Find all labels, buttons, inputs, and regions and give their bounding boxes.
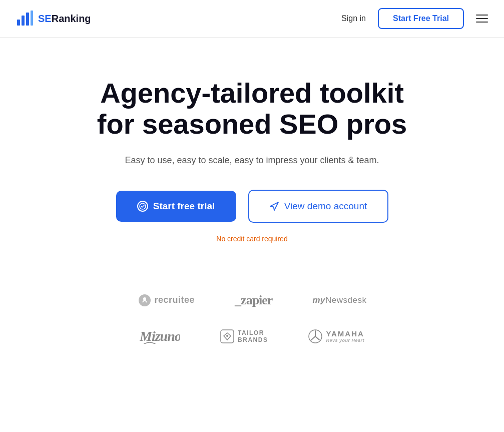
svg-point-9: [226, 335, 228, 337]
tailor-brands-icon: [220, 329, 235, 344]
logo[interactable]: SERanking: [16, 10, 91, 28]
yamaha-icon: [308, 329, 323, 344]
logo-icon: [16, 10, 34, 28]
svg-point-6: [143, 297, 146, 300]
logo-mynewsdesk: myNewsdesk: [312, 295, 366, 305]
site-header: SERanking Sign in Start Free Trial: [0, 0, 504, 38]
logo-mizuno: Mizuno: [140, 326, 180, 347]
start-free-trial-hero-button[interactable]: Start free trial: [116, 191, 236, 222]
logos-row-1: recruitee _zapier myNewsdesk: [30, 293, 474, 308]
view-demo-label: View demo account: [284, 201, 367, 212]
svg-rect-3: [31, 11, 33, 26]
logos-row-2: Mizuno TAILOR BRANDS YAMAHA: [30, 326, 474, 347]
logo-recruitee: recruitee: [138, 293, 195, 307]
svg-rect-0: [17, 20, 20, 26]
check-circle-icon: [137, 201, 148, 212]
start-free-trial-button[interactable]: Start Free Trial: [378, 8, 464, 29]
mizuno-svg: Mizuno: [140, 326, 180, 344]
svg-rect-1: [22, 16, 25, 26]
sign-in-link[interactable]: Sign in: [341, 14, 366, 23]
logo-yamaha: YAMAHA Revs your Heart: [308, 329, 364, 344]
nav-right: Sign in Start Free Trial: [341, 8, 488, 29]
recruitee-icon: [138, 293, 152, 307]
send-icon: [269, 201, 279, 211]
hero-section: Agency-tailored toolkit for seasoned SEO…: [0, 38, 504, 273]
svg-text:Mizuno: Mizuno: [140, 328, 180, 344]
view-demo-button[interactable]: View demo account: [248, 190, 388, 223]
hamburger-menu-icon[interactable]: [476, 15, 488, 23]
no-credit-card-text: No credit card required: [20, 235, 484, 243]
logos-section: recruitee _zapier myNewsdesk Mizuno: [0, 273, 504, 367]
hero-buttons: Start free trial View demo account: [20, 190, 484, 223]
hero-subtitle: Easy to use, easy to scale, easy to impr…: [122, 153, 382, 168]
svg-rect-2: [26, 13, 29, 26]
start-free-trial-label: Start free trial: [153, 201, 215, 212]
hero-title: Agency-tailored toolkit for seasoned SEO…: [82, 78, 422, 139]
logo-zapier: _zapier: [235, 293, 272, 308]
logo-text: SERanking: [38, 13, 91, 25]
logo-tailor-brands: TAILOR BRANDS: [220, 329, 268, 344]
